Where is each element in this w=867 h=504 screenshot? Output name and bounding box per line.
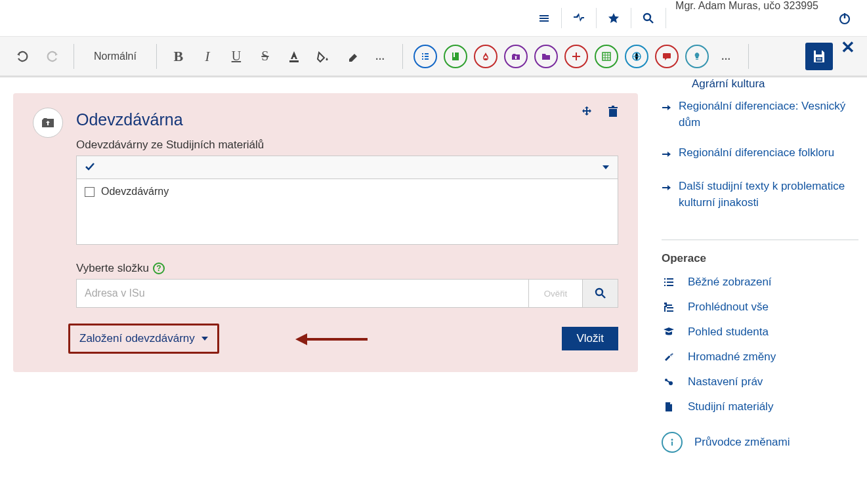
- panel-title: Odevzdávárna: [76, 110, 618, 129]
- op-label: Studijní materiály: [688, 400, 773, 413]
- dropbox-select[interactable]: [76, 156, 618, 179]
- help-icon[interactable]: ?: [153, 262, 165, 274]
- svg-rect-8: [816, 51, 822, 54]
- address-search-button[interactable]: [583, 279, 618, 308]
- tree-icon: [662, 301, 676, 313]
- dropbox-item-label: Odevzdávárny: [101, 186, 169, 198]
- svg-point-7: [667, 53, 671, 57]
- sidebar-link-label: Regionální diferenciace folkloru: [679, 145, 834, 161]
- op-label: Hromadné změny: [688, 350, 776, 364]
- info-icon: [662, 432, 683, 453]
- star-icon[interactable]: [606, 12, 622, 24]
- dropbox-checkbox-item[interactable]: Odevzdávárny: [85, 186, 610, 198]
- file-icon: [662, 401, 676, 413]
- dropbox-icon: [33, 108, 63, 138]
- save-button[interactable]: [805, 43, 833, 70]
- sidebar-link[interactable]: Další studijní texty k problematice kult…: [662, 178, 858, 211]
- svg-point-12: [596, 289, 603, 295]
- menu-icon[interactable]: [536, 13, 552, 24]
- insert-button[interactable]: Vložit: [562, 327, 618, 350]
- svg-rect-4: [454, 52, 455, 57]
- more-formatting-button[interactable]: …: [370, 45, 392, 68]
- search-icon[interactable]: [641, 12, 656, 24]
- pulse-icon[interactable]: [571, 12, 587, 24]
- create-dropbox-dropdown[interactable]: Založení odevzdávárny: [68, 324, 219, 354]
- sidebar-link-cut[interactable]: Agrární kultura: [692, 77, 858, 91]
- op-label: Nastavení práv: [688, 375, 763, 388]
- svg-rect-2: [289, 60, 299, 62]
- checkbox-icon[interactable]: [85, 187, 95, 197]
- svg-rect-5: [603, 52, 610, 60]
- power-icon[interactable]: [837, 12, 853, 25]
- svg-rect-10: [817, 58, 822, 58]
- text-color-button[interactable]: [283, 45, 305, 68]
- list-label: Odevzdávárny ze Studijních materiálů: [76, 138, 618, 152]
- sidebar-link-label: Další studijní texty k problematice kult…: [679, 178, 858, 211]
- insert-plugin-button[interactable]: [564, 45, 588, 68]
- svg-point-16: [671, 439, 673, 441]
- insert-table-button[interactable]: [595, 45, 618, 68]
- op-materials[interactable]: Studijní materiály: [662, 400, 858, 413]
- sidebar: Agrární kultura Regionální diferenciace:…: [662, 79, 858, 453]
- sidebar-link-label: Regionální diferenciace: Vesnický dům: [679, 98, 858, 131]
- topbar: Mgr. Adam Muras, učo 323995: [0, 0, 867, 37]
- move-icon[interactable]: [582, 105, 596, 121]
- strike-button[interactable]: S: [254, 45, 276, 68]
- dropbox-panel: Odevzdávárna Odevzdávárny ze Studijních …: [13, 93, 638, 372]
- insert-link-button[interactable]: [625, 45, 648, 68]
- divider: [662, 240, 858, 240]
- undo-button[interactable]: [12, 45, 34, 68]
- svg-point-0: [644, 14, 650, 20]
- svg-rect-11: [817, 59, 822, 60]
- create-dropbox-label: Založení odevzdávárny: [79, 332, 195, 345]
- user-name: Mgr. Adam Muras, učo 323995: [666, 0, 828, 36]
- svg-rect-17: [671, 442, 673, 446]
- insert-folder-button[interactable]: [534, 45, 558, 68]
- style-dropdown[interactable]: Normální: [85, 51, 146, 62]
- insert-comment-button[interactable]: [655, 45, 679, 68]
- arrow-right-icon: [662, 148, 671, 164]
- op-view-all[interactable]: Prohlédnout vše: [662, 301, 858, 314]
- more-insert-button[interactable]: …: [715, 45, 738, 68]
- op-label: Prohlédnout vše: [688, 301, 769, 314]
- italic-button[interactable]: I: [196, 45, 219, 68]
- op-permissions[interactable]: Nastavení práv: [662, 375, 858, 388]
- address-input[interactable]: [76, 279, 529, 308]
- caret-down-icon: [201, 337, 208, 341]
- sidebar-link[interactable]: Regionální diferenciace folkloru: [662, 145, 858, 164]
- op-bulk-changes[interactable]: Hromadné změny: [662, 350, 858, 364]
- insert-book-button[interactable]: [444, 45, 467, 68]
- fill-color-button[interactable]: [312, 45, 334, 68]
- arrow-right-icon: [662, 181, 671, 198]
- insert-idea-button[interactable]: [685, 45, 709, 68]
- bold-button[interactable]: B: [167, 45, 190, 68]
- guide-link[interactable]: Průvodce změnami: [662, 432, 858, 453]
- op-normal-view[interactable]: Běžné zobrazení: [662, 276, 858, 289]
- trash-icon[interactable]: [606, 105, 620, 121]
- redo-button[interactable]: [41, 45, 63, 68]
- underline-button[interactable]: U: [225, 45, 247, 68]
- sidebar-link[interactable]: Regionální diferenciace: Vesnický dům: [662, 98, 858, 131]
- check-icon: [85, 161, 95, 174]
- op-student-view[interactable]: Pohled studenta: [662, 326, 858, 339]
- operations-heading: Operace: [662, 252, 858, 265]
- insert-pdf-button[interactable]: [474, 45, 497, 68]
- eraser-button[interactable]: [341, 45, 363, 68]
- insert-upload-button[interactable]: [504, 45, 528, 68]
- caret-down-icon: [602, 162, 610, 173]
- editor-toolbar: Normální B I U S … …: [0, 37, 867, 77]
- guide-label: Průvodce změnami: [694, 436, 790, 449]
- verify-button: Ověřit: [529, 279, 583, 308]
- dropbox-list: Odevzdávárny: [76, 179, 618, 245]
- list-icon: [662, 276, 676, 288]
- folder-label: Vyberte složku: [76, 262, 149, 275]
- op-label: Pohled studenta: [688, 326, 769, 339]
- svg-rect-3: [452, 52, 459, 60]
- wrench-icon: [662, 351, 676, 363]
- key-icon: [662, 376, 676, 388]
- close-icon[interactable]: ✕: [841, 37, 855, 58]
- annotation-arrow: [295, 331, 368, 349]
- insert-list-button[interactable]: [413, 45, 437, 68]
- student-icon: [662, 326, 676, 338]
- arrow-right-icon: [662, 101, 671, 117]
